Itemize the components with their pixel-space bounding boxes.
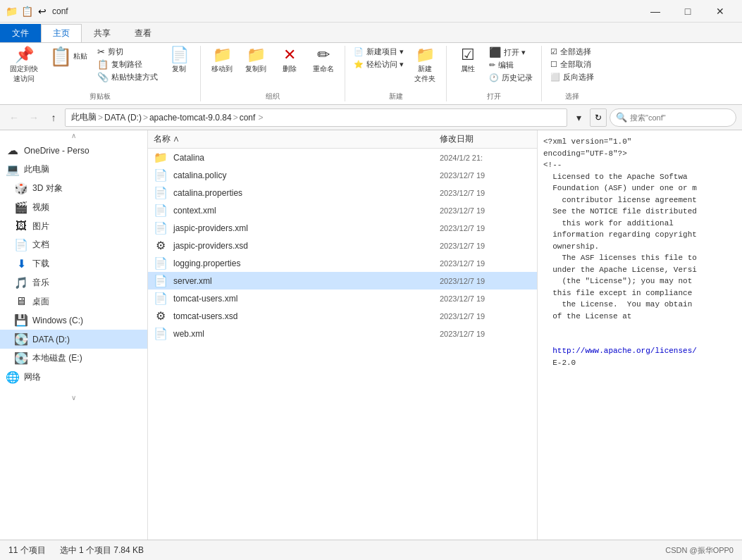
file-row[interactable]: 📄 logging.properties 2023/12/7 19 bbox=[148, 254, 537, 272]
pin-to-quick-access-button[interactable]: 📌 固定到快速访问 bbox=[6, 46, 42, 85]
download-icon: ⬇ bbox=[14, 257, 28, 270]
preview-line: The ASF licenses this file to bbox=[543, 252, 736, 264]
select-none-button[interactable]: ☐ 全部取消 bbox=[548, 58, 597, 70]
copy-path-icon: 📋 bbox=[97, 59, 109, 70]
paste-button[interactable]: 📋 粘贴 bbox=[45, 46, 92, 67]
organize-label: 组织 bbox=[266, 89, 280, 101]
file-row[interactable]: 📁 Catalina 2024/1/2 21: bbox=[148, 149, 537, 166]
preview-line: this work for additional bbox=[543, 218, 736, 230]
file-row[interactable]: 📄 jaspic-providers.xml 2023/12/7 19 bbox=[148, 219, 537, 237]
up-button[interactable]: ↑ bbox=[45, 109, 62, 126]
sidebar-item-label: OneDrive - Perso bbox=[24, 146, 89, 156]
sidebar-item-music[interactable]: 🎵 音乐 bbox=[0, 273, 147, 292]
new-folder-icon: 📁 bbox=[416, 47, 435, 63]
drive-d-icon: 💽 bbox=[14, 332, 28, 346]
back-button[interactable]: ← bbox=[6, 109, 23, 126]
folder-icon: 📁 bbox=[6, 6, 17, 17]
history-button[interactable]: 🕐 历史记录 bbox=[486, 72, 536, 84]
address-bar: ← → ↑ 此电脑 > DATA (D:) > apache-tomcat-9.… bbox=[0, 105, 742, 130]
paste-shortcut-button[interactable]: 📎 粘贴快捷方式 bbox=[94, 71, 161, 83]
search-box[interactable]: 🔍 bbox=[610, 108, 736, 127]
ribbon: 文件 主页 共享 查看 bbox=[0, 23, 742, 43]
invert-icon: ⬜ bbox=[550, 73, 560, 82]
new-folder-button[interactable]: 📁 新建文件夹 bbox=[409, 46, 440, 85]
file-row[interactable]: ⚙ jaspic-providers.xsd 2023/12/7 19 bbox=[148, 237, 537, 254]
copy-to-button[interactable]: 📁 复制到 bbox=[240, 46, 271, 75]
sidebar-item-d[interactable]: 💽 DATA (D:) bbox=[0, 330, 147, 349]
file-row[interactable]: 📄 context.xml 2023/12/7 19 bbox=[148, 201, 537, 219]
sidebar-item-e[interactable]: 💽 本地磁盘 (E:) bbox=[0, 349, 147, 368]
rename-button[interactable]: ✏ 重命名 bbox=[308, 46, 339, 75]
edit-icon: ✏ bbox=[489, 61, 495, 70]
new-item-icon: 📄 bbox=[354, 47, 364, 56]
copy-path-button[interactable]: 📋 复制路径 bbox=[94, 58, 161, 70]
address-path[interactable]: 此电脑 > DATA (D:) > apache-tomcat-9.0.84 >… bbox=[65, 108, 567, 127]
dropdown-button[interactable]: ▾ bbox=[570, 109, 587, 126]
search-input[interactable] bbox=[630, 113, 729, 122]
file-row[interactable]: 📄 catalina.policy 2023/12/7 19 bbox=[148, 166, 537, 184]
sidebar-item-desktop[interactable]: 🖥 桌面 bbox=[0, 292, 147, 311]
sidebar-item-label: 音乐 bbox=[32, 277, 49, 289]
sidebar-item-pictures[interactable]: 🖼 图片 bbox=[0, 217, 147, 235]
tab-home[interactable]: 主页 bbox=[41, 24, 82, 42]
sidebar-item-docs[interactable]: 📄 文档 bbox=[0, 235, 147, 254]
open-button[interactable]: ⬛ 打开 ▾ bbox=[486, 46, 536, 58]
forward-button[interactable]: → bbox=[25, 109, 42, 126]
tab-file[interactable]: 文件 bbox=[0, 24, 41, 42]
sidebar-item-label: 文档 bbox=[32, 239, 49, 251]
file-list-header: 名称 ∧ 修改日期 bbox=[148, 130, 537, 149]
file-row-selected[interactable]: 📄 server.xml 2023/12/7 19 bbox=[148, 272, 537, 290]
preview-line: E-2.0 bbox=[543, 357, 736, 369]
refresh-button[interactable]: ↻ bbox=[590, 108, 607, 127]
delete-icon: ✕ bbox=[283, 47, 296, 63]
maximize-button[interactable]: □ bbox=[672, 0, 704, 23]
new-item-button[interactable]: 📄 新建项目 ▾ bbox=[351, 46, 407, 58]
sidebar-item-downloads[interactable]: ⬇ 下载 bbox=[0, 254, 147, 273]
path-tomcat: apache-tomcat-9.0.84 bbox=[149, 113, 232, 123]
sidebar-item-network[interactable]: 🌐 网络 bbox=[0, 368, 147, 387]
file-icon: 📄 bbox=[154, 274, 168, 287]
file-row[interactable]: ⚙ tomcat-users.xsd 2023/12/7 19 bbox=[148, 307, 537, 325]
properties-button[interactable]: ☑ 属性 bbox=[452, 46, 483, 75]
sidebar-item-pc[interactable]: 💻 此电脑 bbox=[0, 160, 147, 179]
scissors-icon: ✂ bbox=[97, 46, 105, 57]
file-row[interactable]: 📄 tomcat-users.xml 2023/12/7 19 bbox=[148, 290, 537, 307]
sidebar-item-c[interactable]: 💾 Windows (C:) bbox=[0, 311, 147, 330]
copy-button[interactable]: 📄 复制 bbox=[163, 46, 194, 75]
file-icon: 📄 bbox=[154, 292, 168, 305]
preview-line: <!-- bbox=[543, 159, 736, 171]
select-group: ☑ 全部选择 ☐ 全部取消 ⬜ 反向选择 选择 bbox=[542, 46, 602, 101]
close-button[interactable]: ✕ bbox=[704, 0, 736, 23]
video-icon: 🎬 bbox=[14, 201, 28, 214]
invert-selection-button[interactable]: ⬜ 反向选择 bbox=[548, 71, 597, 83]
select-all-button[interactable]: ☑ 全部选择 bbox=[548, 46, 597, 58]
computer-icon: 💻 bbox=[6, 163, 20, 176]
preview-line: <?xml version="1.0" bbox=[543, 136, 736, 148]
music-icon: 🎵 bbox=[14, 276, 28, 290]
preview-line: of the License at bbox=[543, 311, 736, 323]
file-row[interactable]: 📄 web.xml 2023/12/7 19 bbox=[148, 325, 537, 342]
select-none-icon: ☐ bbox=[550, 60, 557, 69]
history-icon: 🕐 bbox=[489, 73, 499, 82]
copy-icon: 📄 bbox=[170, 47, 189, 63]
sidebar-item-video[interactable]: 🎬 视频 bbox=[0, 198, 147, 217]
tab-share[interactable]: 共享 bbox=[82, 24, 123, 42]
sidebar-item-3d[interactable]: 🎲 3D 对象 bbox=[0, 179, 147, 198]
delete-button[interactable]: ✕ 删除 bbox=[274, 46, 305, 75]
sidebar-item-label: 桌面 bbox=[32, 296, 49, 308]
path-d: DATA (D:) bbox=[104, 113, 142, 123]
file-row[interactable]: 📄 catalina.properties 2023/12/7 19 bbox=[148, 184, 537, 201]
preview-line bbox=[543, 322, 736, 334]
easy-access-button[interactable]: ⭐ 轻松访问 ▾ bbox=[351, 58, 407, 70]
edit-button[interactable]: ✏ 编辑 bbox=[486, 59, 536, 71]
file-icon: 📄 bbox=[154, 221, 168, 235]
cut-button[interactable]: ✂ 剪切 bbox=[94, 46, 161, 58]
tab-view[interactable]: 查看 bbox=[123, 24, 163, 42]
move-to-button[interactable]: 📁 移动到 bbox=[206, 46, 237, 75]
main-area: ∧ ☁ OneDrive - Perso 💻 此电脑 🎲 3D 对象 🎬 视频 … bbox=[0, 130, 742, 540]
search-icon: 🔍 bbox=[616, 112, 627, 123]
preview-pane: <?xml version="1.0" encoding="UTF-8"?> <… bbox=[538, 130, 742, 540]
cloud-icon: ☁ bbox=[6, 144, 20, 157]
minimize-button[interactable]: — bbox=[639, 0, 672, 23]
sidebar-item-onedrive[interactable]: ☁ OneDrive - Perso bbox=[0, 141, 147, 160]
